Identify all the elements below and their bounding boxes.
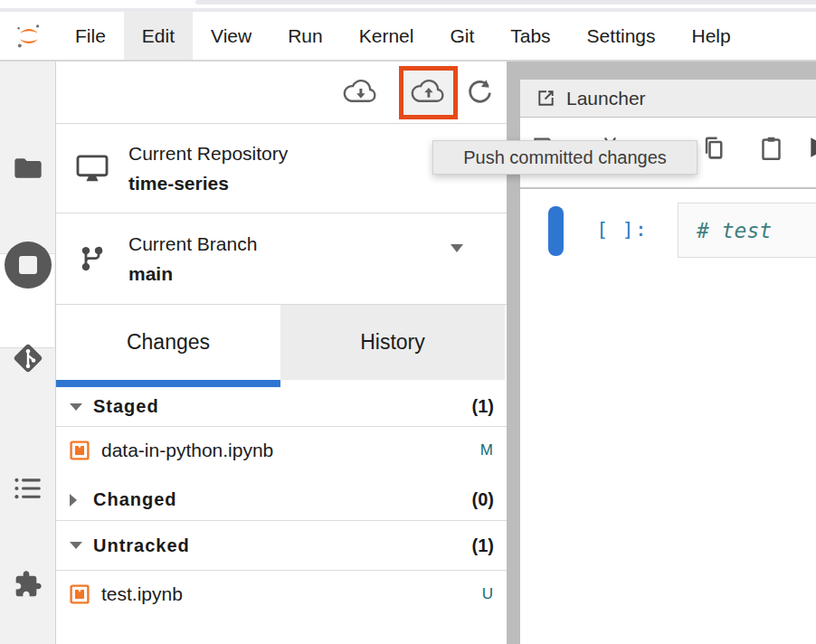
file-browser-icon[interactable] xyxy=(0,156,56,181)
browser-top-strip xyxy=(0,0,816,12)
menu-item-file[interactable]: File xyxy=(57,12,124,60)
copy-icon[interactable] xyxy=(700,135,726,162)
tab-history[interactable]: History xyxy=(280,305,505,380)
file-row-staged[interactable]: data-in-python.ipynb M xyxy=(56,427,507,474)
section-header-staged[interactable]: Staged (1) xyxy=(56,387,507,427)
tab-bar-background xyxy=(520,62,816,80)
cloud-pull-icon[interactable] xyxy=(340,78,382,107)
desktop-icon xyxy=(70,153,115,184)
window-top-edge xyxy=(195,0,816,5)
jupyter-logo-icon xyxy=(15,23,43,50)
git-branch-icon xyxy=(70,243,115,274)
changed-count: (0) xyxy=(472,489,494,510)
file-status-badge: U xyxy=(482,585,493,603)
notebook-content: [ ]: # test xyxy=(520,189,816,644)
tab-changes[interactable]: Changes xyxy=(56,305,280,380)
current-branch-label: Current Branch xyxy=(128,233,257,255)
cell-code: # test xyxy=(697,219,772,242)
current-repository-value: time-series xyxy=(128,173,288,194)
staged-label: Staged xyxy=(93,396,159,417)
collapse-caret-icon xyxy=(70,403,82,411)
launcher-icon xyxy=(536,88,556,109)
menu-item-run[interactable]: Run xyxy=(270,12,341,60)
cell-prompt: [ ]: xyxy=(596,218,648,241)
run-icon[interactable] xyxy=(807,135,816,160)
extension-manager-icon[interactable] xyxy=(0,570,56,599)
changed-label: Changed xyxy=(93,489,177,510)
staged-count: (1) xyxy=(472,396,494,417)
untracked-count: (1) xyxy=(472,535,494,556)
git-panel-tabs: Changes History xyxy=(56,305,507,387)
tab-launcher-label: Launcher xyxy=(566,88,646,109)
menu-item-git[interactable]: Git xyxy=(432,12,492,60)
untracked-label: Untracked xyxy=(93,535,190,556)
menu-item-kernel[interactable]: Kernel xyxy=(341,12,432,60)
highlight-box xyxy=(399,66,458,119)
branch-dropdown-caret-icon[interactable] xyxy=(451,244,463,252)
menu-item-settings[interactable]: Settings xyxy=(569,12,674,60)
table-of-contents-icon[interactable] xyxy=(0,476,56,501)
current-repository-label: Current Repository xyxy=(128,143,288,165)
menu-item-help[interactable]: Help xyxy=(674,12,749,60)
menu-item-tabs[interactable]: Tabs xyxy=(492,12,568,60)
notebook-file-icon xyxy=(69,583,90,605)
expand-caret-icon xyxy=(70,494,77,507)
menu-bar: File Edit View Run Kernel Git Tabs Setti… xyxy=(0,12,816,62)
section-header-changed[interactable]: Changed (0) xyxy=(56,479,507,521)
active-cell-indicator[interactable] xyxy=(548,206,564,256)
refresh-icon[interactable] xyxy=(464,77,495,108)
collapse-caret-icon xyxy=(70,542,82,549)
file-status-badge: M xyxy=(480,441,493,459)
active-tab-underline xyxy=(56,380,280,387)
git-panel-toolbar xyxy=(56,62,507,124)
menu-item-edit[interactable]: Edit xyxy=(124,12,193,60)
file-name: test.ipynb xyxy=(101,583,183,605)
push-tooltip: Push committed changes xyxy=(432,140,697,175)
running-sessions-icon[interactable] xyxy=(0,241,56,289)
file-name: data-in-python.ipynb xyxy=(101,440,273,461)
menu-item-view[interactable]: View xyxy=(193,12,270,60)
tab-launcher[interactable]: Launcher xyxy=(520,80,816,118)
notebook-file-icon xyxy=(69,440,90,461)
current-branch-value: main xyxy=(128,263,257,285)
file-row-untracked[interactable]: test.ipynb U xyxy=(56,571,507,618)
current-branch-row[interactable]: Current Branch main xyxy=(56,213,507,305)
cloud-push-icon[interactable] xyxy=(408,78,450,107)
git-icon[interactable] xyxy=(0,340,56,376)
left-sidebar xyxy=(0,62,56,644)
paste-icon[interactable] xyxy=(759,135,783,162)
section-header-untracked[interactable]: Untracked (1) xyxy=(56,521,507,571)
cell-editor[interactable]: # test xyxy=(678,203,816,258)
